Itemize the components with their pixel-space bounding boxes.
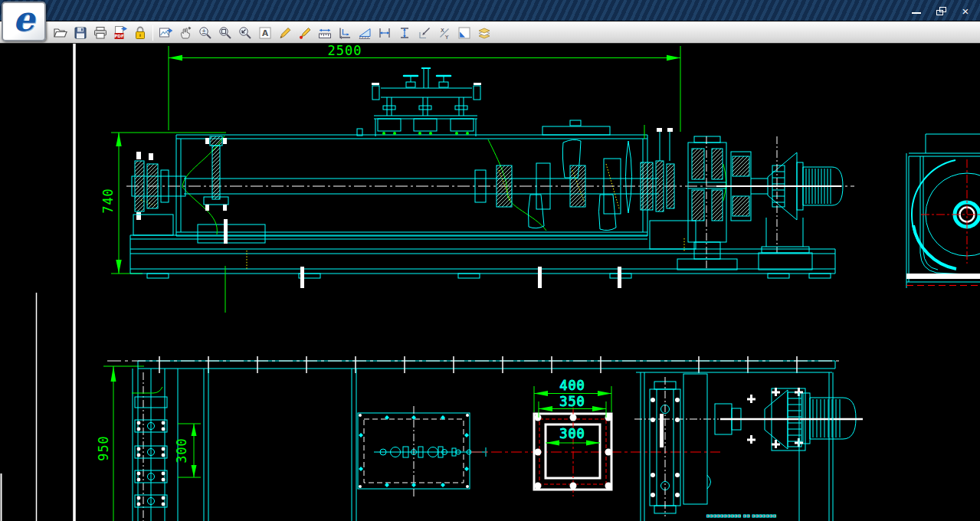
plan-frame <box>107 356 843 521</box>
area-hatch-icon <box>357 25 372 41</box>
plan-view: 950 <box>96 356 863 521</box>
send-image-icon <box>158 25 173 41</box>
drawing-canvas[interactable]: 2500 740 <box>0 44 980 521</box>
toolbar: PDF ± A XY <box>0 21 980 44</box>
restore-icon <box>936 7 946 15</box>
svg-text:300: 300 <box>174 437 189 464</box>
layers-button[interactable] <box>474 23 494 42</box>
plan-drive-assembly <box>634 372 863 521</box>
marker-icon <box>297 25 313 41</box>
open-button[interactable] <box>51 23 70 42</box>
export-pdf-icon: PDF <box>113 25 128 41</box>
cad-drawing: 2500 740 <box>0 44 980 521</box>
valve-manifold <box>372 68 481 136</box>
restore-button[interactable] <box>932 4 949 18</box>
plan-left-assembly <box>132 369 178 521</box>
pencil-icon <box>277 25 293 41</box>
print-button[interactable] <box>90 23 110 42</box>
base-frame <box>130 219 835 313</box>
marker-button[interactable] <box>295 23 315 42</box>
xy-coordinates-button[interactable]: XY <box>434 23 454 42</box>
close-icon: × <box>962 5 969 18</box>
svg-text:950: 950 <box>96 435 111 461</box>
edrawings-logo-letter: e <box>13 2 34 36</box>
close-button[interactable]: × <box>957 4 974 18</box>
print-icon <box>93 25 108 41</box>
zoom-fit-button[interactable] <box>235 23 255 42</box>
red-stamp-text: ▪▪▪▪▪▪▪▪▪▪ ▪▪ ▪▪▪▪▪▪▪ <box>706 513 777 518</box>
svg-text:A: A <box>262 28 269 38</box>
lock-button[interactable] <box>130 23 150 42</box>
open-icon <box>53 25 68 41</box>
text-annotation-icon: A <box>257 25 273 41</box>
text-annotation-button[interactable]: A <box>255 23 275 42</box>
shaft-and-paddles <box>132 139 659 230</box>
plan-middle-panel <box>358 406 487 496</box>
lock-icon <box>133 25 148 41</box>
dimension-corner-button[interactable] <box>335 23 355 42</box>
zoom-fit-icon <box>238 25 253 41</box>
pencil-button[interactable] <box>275 23 295 42</box>
send-image-button[interactable] <box>156 23 175 42</box>
title-bar: × <box>0 0 980 21</box>
horizontal-dimension-button[interactable] <box>375 23 395 42</box>
svg-text:PDF: PDF <box>114 34 124 38</box>
corner-view-icon <box>457 25 472 41</box>
layers-icon <box>477 25 492 41</box>
svg-text:Y: Y <box>444 34 449 40</box>
svg-text:740: 740 <box>100 188 116 214</box>
plan-base-square: 400 350 300 <box>534 378 612 496</box>
vertical-dimension-icon <box>397 25 412 41</box>
save-icon <box>73 25 88 41</box>
measure-ruler-icon <box>317 25 333 41</box>
horizontal-dimension-icon <box>377 25 392 41</box>
measure-ruler-button[interactable] <box>315 23 335 42</box>
zoom-window-button[interactable] <box>215 23 235 42</box>
svg-text:±: ± <box>202 28 207 34</box>
svg-text:X: X <box>441 27 444 33</box>
side-view: 2500 740 <box>100 44 854 313</box>
end-view <box>906 134 980 288</box>
leader-arrow-button[interactable] <box>415 23 434 42</box>
svg-text:2500: 2500 <box>328 44 362 58</box>
minimize-button[interactable] <box>908 4 925 18</box>
dimension-740: 740 <box>100 133 226 274</box>
sheet-border-lines <box>2 44 75 521</box>
svg-text:300: 300 <box>559 426 585 441</box>
pan-button[interactable] <box>175 23 195 42</box>
minimize-icon <box>912 12 921 14</box>
vertical-dimension-button[interactable] <box>395 23 415 42</box>
zoom-window-icon <box>218 25 233 41</box>
svg-text:350: 350 <box>559 394 585 409</box>
dimension-950: 950 <box>96 366 144 521</box>
export-pdf-button[interactable]: PDF <box>110 23 130 42</box>
dimension-corner-icon <box>337 25 352 41</box>
app-logo: e <box>2 2 46 41</box>
toolbar-separator <box>152 25 153 41</box>
zoom-in-out-icon: ± <box>198 25 213 41</box>
zoom-in-out-button[interactable]: ± <box>195 23 215 42</box>
xy-coordinates-icon: XY <box>437 25 452 41</box>
leader-arrow-icon <box>417 25 432 41</box>
pan-icon <box>178 25 193 41</box>
drive-train <box>650 128 843 270</box>
area-hatch-button[interactable] <box>355 23 375 42</box>
corner-view-button[interactable] <box>454 23 474 42</box>
save-button[interactable] <box>70 23 90 42</box>
svg-text:400: 400 <box>559 378 585 393</box>
